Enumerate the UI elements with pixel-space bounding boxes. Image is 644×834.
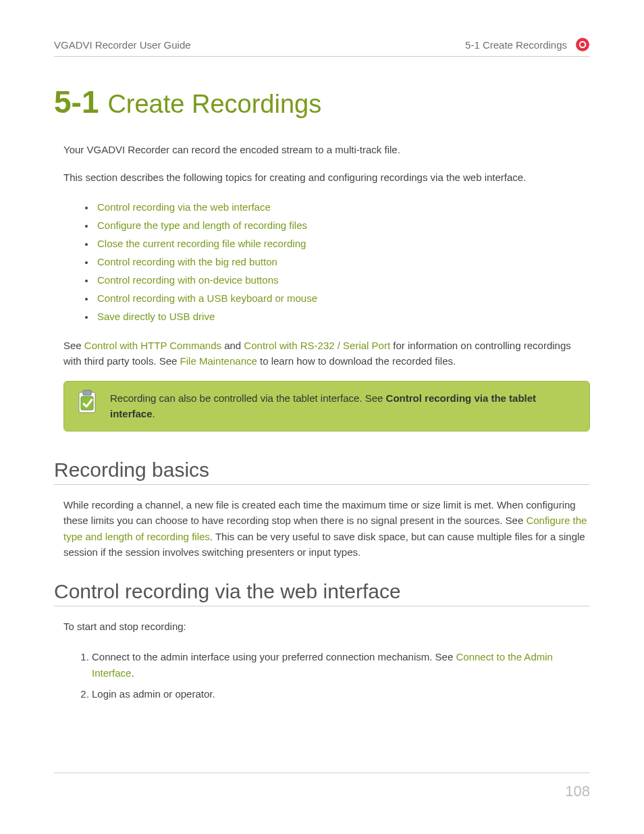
toc-link[interactable]: Control recording with a USB keyboard or…: [97, 292, 317, 304]
page-title: 5-1 Create Recordings: [54, 84, 590, 120]
step-item: Login as admin or operator.: [92, 683, 590, 704]
toc-link[interactable]: Close the current recording file while r…: [97, 238, 306, 249]
list-item: Control recording via the web interface: [85, 198, 590, 216]
clipboard-check-icon: [76, 390, 98, 417]
section-number: 5-1: [54, 84, 99, 120]
list-item: Configure the type and length of recordi…: [85, 216, 590, 234]
info-callout: Recording can also be controlled via the…: [63, 381, 590, 432]
toc-link[interactable]: Control recording with on-device buttons: [97, 274, 278, 286]
brand-swirl-icon: [575, 37, 590, 52]
page-number: 108: [565, 783, 590, 800]
heading-recording-basics: Recording basics: [54, 459, 590, 485]
list-item: Control recording with a USB keyboard or…: [85, 289, 590, 307]
header-left: VGADVI Recorder User Guide: [54, 39, 191, 51]
see-also-paragraph: See Control with HTTP Commands and Contr…: [54, 338, 590, 369]
list-item: Save directly to USB drive: [85, 307, 590, 325]
link-http-commands[interactable]: Control with HTTP Commands: [84, 340, 221, 351]
list-item: Control recording with the big red butto…: [85, 253, 590, 271]
footer-divider: [54, 773, 590, 773]
intro-paragraph-1: Your VGADVI Recorder can record the enco…: [54, 142, 590, 157]
step-item: Connect to the admin interface using you…: [92, 646, 590, 683]
toc-link[interactable]: Save directly to USB drive: [97, 311, 215, 322]
list-item: Close the current recording file while r…: [85, 234, 590, 253]
document-page: VGADVI Recorder User Guide 5-1 Create Re…: [0, 0, 644, 834]
svg-rect-6: [81, 396, 93, 410]
toc-link[interactable]: Configure the type and length of recordi…: [97, 219, 307, 231]
page-header: VGADVI Recorder User Guide 5-1 Create Re…: [54, 37, 590, 57]
svg-point-2: [581, 43, 585, 47]
link-rs232[interactable]: Control with RS-232 / Serial Port: [244, 340, 390, 351]
header-section-label: 5-1 Create Recordings: [465, 39, 567, 51]
header-right: 5-1 Create Recordings: [465, 37, 590, 52]
svg-rect-5: [83, 390, 91, 395]
toc-link[interactable]: Control recording with the big red butto…: [97, 256, 277, 267]
section-title-text: Create Recordings: [107, 90, 321, 118]
recording-basics-paragraph: While recording a channel, a new file is…: [54, 497, 590, 560]
heading-control-recording-web: Control recording via the web interface: [54, 580, 590, 606]
intro-paragraph-2: This section describes the following top…: [54, 170, 590, 185]
callout-text: Recording can also be controlled via the…: [110, 391, 577, 421]
list-item: Control recording with on-device buttons: [85, 271, 590, 289]
toc-link[interactable]: Control recording via the web interface: [97, 201, 271, 213]
steps-list: Connect to the admin interface using you…: [54, 646, 590, 704]
control-web-intro: To start and stop recording:: [54, 619, 590, 634]
link-file-maintenance[interactable]: File Maintenance: [180, 355, 257, 367]
topic-list: Control recording via the web interface …: [54, 198, 590, 325]
